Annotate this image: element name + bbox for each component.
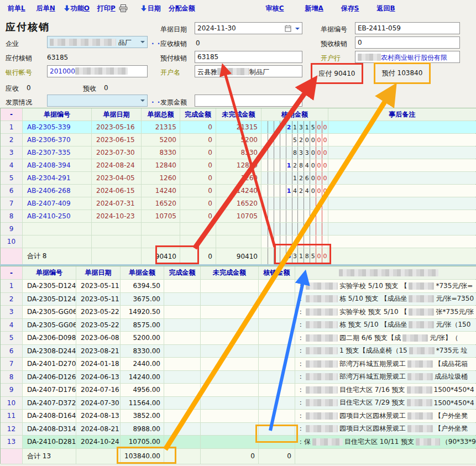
table-row[interactable]: 2DA-2305-D124B2023-05-113675.00：栋 5/10 预…: [1, 293, 475, 306]
summary-note-cell[interactable]: ：栋 5/10 预支 【成品坐元/张=7350: [295, 293, 476, 306]
account-name-input[interactable]: 云县雅制品厂: [195, 65, 302, 77]
prepay-writeoff-input[interactable]: 63185: [195, 51, 302, 63]
doc-code-cell[interactable]: DA-2407-D372: [23, 397, 76, 410]
after-note-cell[interactable]: [328, 134, 476, 146]
summary-note-cell[interactable]: ：目住宅大区 7/29 预支1500*450*4: [295, 397, 476, 410]
undone-amount-cell[interactable]: [201, 293, 259, 306]
doc-date-cell[interactable]: 2024-10-24: [76, 436, 121, 448]
doc-total-cell[interactable]: [142, 223, 180, 235]
writeoff-amount-cell[interactable]: [259, 397, 295, 410]
doc-date-cell[interactable]: 2024-07-30: [76, 397, 121, 410]
doc-date-cell[interactable]: 2024-08-21: [76, 423, 121, 436]
doc-code-cell[interactable]: DA-2305-GG064B: [23, 319, 76, 332]
done-amount-cell[interactable]: [164, 345, 201, 358]
table-row[interactable]: 8AB-2410-2502024-10-2310705010705: [1, 210, 475, 223]
doc-code-cell[interactable]: DA-2306-D098: [23, 332, 76, 344]
toolbar-button-prev[interactable]: 前单L: [8, 4, 25, 13]
doc-amount-cell[interactable]: 6394.50: [121, 280, 164, 292]
writeoff-amount-cell[interactable]: [259, 423, 295, 436]
doc-amount-cell[interactable]: 3852.00: [121, 410, 164, 422]
doc-total-cell[interactable]: [142, 235, 180, 248]
doc-code-cell[interactable]: AB-2410-250: [23, 210, 92, 222]
done-amount-cell[interactable]: [164, 280, 201, 292]
table-row[interactable]: 4AB-2408-3942024-08-24128400128401284000: [1, 159, 475, 172]
doc-date-cell[interactable]: 2024-08-13: [76, 410, 121, 422]
writeoff-amount-digit-grid[interactable]: 520000: [261, 134, 328, 146]
summary-note-cell[interactable]: ：实验学校 5/10 预支 【*735元/张=: [295, 280, 476, 292]
table-row[interactable]: 4DA-2305-GG064B2023-05-228575.00：栋 预支 5/…: [1, 319, 475, 332]
doc-total-cell[interactable]: 12840: [142, 159, 180, 171]
doc-date-cell[interactable]: 2023-05-11: [76, 293, 121, 306]
undone-amount-cell[interactable]: [201, 345, 259, 358]
doc-amount-cell[interactable]: 10705.00: [121, 436, 164, 448]
doc-total-cell[interactable]: 5200: [142, 134, 180, 146]
doc-code-cell[interactable]: DA-2305-D124B: [23, 293, 76, 306]
table-row[interactable]: 8DA-2406-D1262024-06-1314240.00：部湾万科城五期景…: [1, 371, 475, 384]
table-row[interactable]: 6AB-2406-2682024-06-15142400142401424000: [1, 185, 475, 197]
doc-date-cell[interactable]: 2024-07-16: [76, 384, 121, 396]
done-amount-cell[interactable]: [164, 423, 201, 436]
after-note-cell[interactable]: [328, 235, 476, 248]
done-amount-cell[interactable]: 0: [180, 210, 216, 222]
undone-amount-cell[interactable]: 12840: [216, 159, 261, 171]
done-amount-cell[interactable]: 0: [180, 172, 216, 184]
undone-amount-cell[interactable]: [201, 436, 259, 448]
writeoff-amount-cell[interactable]: [259, 358, 295, 370]
doc-code-cell[interactable]: DA-2406-D126: [23, 371, 76, 384]
doc-date-input[interactable]: 2024-11-30: [195, 22, 302, 34]
doc-date-cell[interactable]: 2023-05-11: [76, 280, 121, 292]
after-note-cell[interactable]: [328, 172, 476, 184]
invoice-status-select[interactable]: [47, 95, 148, 107]
writeoff-amount-cell[interactable]: [259, 306, 295, 318]
table-row[interactable]: 11DA-2408-D1642024-08-133852.00：园项目大区园林景…: [1, 410, 475, 423]
table-row[interactable]: 7AB-2407-4092024-07-3116520016520: [1, 197, 475, 210]
after-note-cell[interactable]: [328, 121, 476, 133]
doc-code-cell[interactable]: DA-2305-GG064A: [23, 306, 76, 318]
writeoff-amount-cell[interactable]: [259, 280, 295, 292]
undone-amount-cell[interactable]: 14240: [216, 185, 261, 197]
done-amount-cell[interactable]: [180, 235, 216, 248]
doc-date-cell[interactable]: 2023-05-16: [92, 121, 142, 133]
writeoff-amount-digit-grid[interactable]: [261, 210, 328, 222]
undone-amount-cell[interactable]: [201, 410, 259, 422]
enterprise-lookup-button[interactable]: . .: [151, 38, 160, 46]
undone-amount-cell[interactable]: 5200: [216, 134, 261, 146]
doc-code-cell[interactable]: AB-2307-335: [23, 146, 92, 159]
undone-amount-cell[interactable]: 21315: [216, 121, 261, 133]
doc-date-cell[interactable]: 2023-07-30: [92, 146, 142, 159]
doc-date-cell[interactable]: 2023-04-05: [92, 172, 142, 184]
writeoff-amount-cell[interactable]: [259, 345, 295, 358]
writeoff-amount-cell[interactable]: [259, 410, 295, 422]
doc-code-cell[interactable]: DA-2308-D244: [23, 345, 76, 358]
done-amount-cell[interactable]: 0: [180, 121, 216, 133]
done-amount-cell[interactable]: [164, 358, 201, 370]
after-note-cell[interactable]: [328, 223, 476, 235]
doc-code-cell[interactable]: AB-2306-370: [23, 134, 92, 146]
doc-date-cell[interactable]: 2023-06-15: [92, 134, 142, 146]
done-amount-cell[interactable]: [164, 371, 201, 384]
doc-date-cell[interactable]: 2023-05-22: [76, 319, 121, 332]
doc-total-cell[interactable]: 21315: [142, 121, 180, 133]
doc-code-cell[interactable]: DA-2407-D176: [23, 384, 76, 396]
undone-amount-cell[interactable]: [216, 223, 261, 235]
doc-code-cell[interactable]: [23, 223, 92, 235]
summary-note-cell[interactable]: ：保目住宅大区 10/11 预支（90*33*9: [295, 436, 476, 448]
doc-date-cell[interactable]: 2024-10-23: [92, 210, 142, 222]
doc-amount-cell[interactable]: 5200.00: [121, 332, 164, 344]
summary-note-cell[interactable]: ：园项目大区园林景观工【户外坐凳: [295, 410, 476, 422]
invoice-lookup-button[interactable]: . .: [151, 97, 160, 104]
undone-amount-cell[interactable]: [216, 235, 261, 248]
doc-amount-cell[interactable]: 8330.00: [121, 345, 164, 358]
undone-amount-cell[interactable]: [201, 280, 259, 292]
undone-amount-cell[interactable]: [201, 332, 259, 344]
undone-amount-cell[interactable]: [201, 358, 259, 370]
undone-amount-cell[interactable]: 10705: [216, 210, 261, 222]
table-row[interactable]: 2AB-2306-3702023-06-15520005200520000: [1, 134, 475, 146]
undone-amount-cell[interactable]: [201, 319, 259, 332]
writeoff-amount-digit-grid[interactable]: [261, 235, 328, 248]
writeoff-amount-digit-grid[interactable]: 6318500: [261, 248, 328, 264]
table-row[interactable]: 13DA-2410-D2812024-10-2410705.00：保目住宅大区 …: [1, 436, 475, 449]
toolbar-button-date[interactable]: 日期: [148, 4, 161, 13]
toolbar-button-next[interactable]: 后单N: [36, 4, 55, 13]
doc-code-cell[interactable]: AB-2406-268: [23, 185, 92, 197]
